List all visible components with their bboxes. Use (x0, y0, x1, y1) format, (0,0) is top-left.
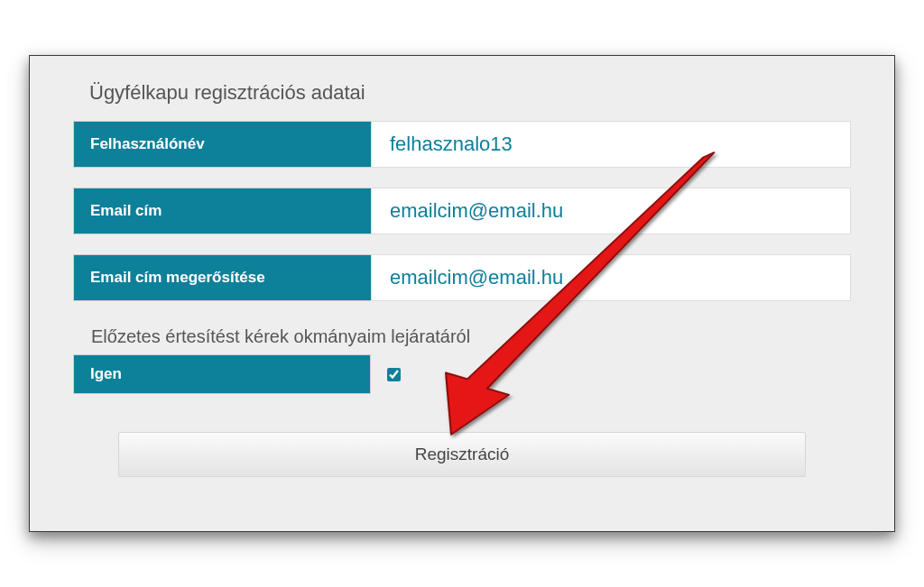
notice-title: Előzetes értesítést kérek okmányaim lejá… (91, 326, 869, 347)
input-email-confirm[interactable] (371, 254, 851, 301)
input-email[interactable] (371, 188, 851, 234)
row-email-confirm: Email cím megerősítése (73, 254, 851, 301)
checkbox-notice[interactable] (387, 368, 401, 381)
submit-row: Regisztráció (118, 432, 806, 477)
row-username: Felhasználónév (73, 121, 851, 168)
label-email: Email cím (73, 188, 371, 234)
register-button[interactable]: Regisztráció (118, 432, 806, 477)
section-title: Ügyfélkapu regisztrációs adatai (89, 81, 869, 105)
input-username[interactable] (371, 121, 851, 168)
row-yes: Igen (73, 354, 851, 394)
label-email-confirm: Email cím megerősítése (73, 254, 371, 301)
label-yes: Igen (73, 354, 371, 394)
label-username: Felhasználónév (73, 121, 371, 168)
row-email: Email cím (73, 188, 851, 234)
checkbox-wrap (371, 354, 401, 394)
form-panel: Ügyfélkapu regisztrációs adatai Felhaszn… (29, 55, 895, 532)
